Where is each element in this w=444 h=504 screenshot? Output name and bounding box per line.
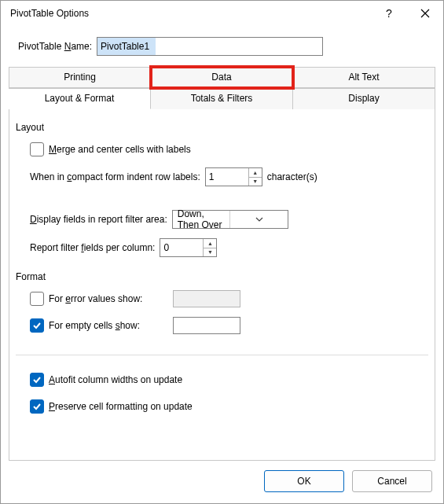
report-filter-label: Report filter fields per column:	[30, 242, 155, 253]
ok-button[interactable]: OK	[264, 470, 344, 492]
layout-group-title: Layout	[16, 122, 428, 133]
cancel-button[interactable]: Cancel	[352, 470, 432, 492]
layout-format-panel: Layout Merge and center cells with label…	[9, 109, 435, 461]
name-label: PivotTable Name:	[18, 41, 92, 52]
characters-label: character(s)	[267, 171, 317, 182]
merge-cells-label: Merge and center cells with labels	[49, 144, 191, 155]
name-row: PivotTable Name:	[1, 26, 443, 67]
error-values-label: For error values show:	[49, 293, 168, 304]
error-values-input	[173, 290, 240, 307]
spin-up-icon[interactable]: ▲	[204, 239, 216, 248]
display-fields-value: Down, Then Over	[173, 208, 230, 230]
pivottable-name-input[interactable]	[97, 37, 323, 56]
report-filter-spinner[interactable]: ▲▼	[160, 238, 217, 257]
separator	[16, 355, 428, 355]
spin-up-icon[interactable]: ▲	[249, 168, 262, 177]
merge-cells-checkbox[interactable]	[30, 142, 44, 156]
indent-input[interactable]	[206, 168, 248, 186]
help-button[interactable]: ?	[371, 1, 407, 26]
spin-down-icon[interactable]: ▼	[204, 248, 216, 257]
spin-down-icon[interactable]: ▼	[249, 177, 262, 186]
tab-alt-text[interactable]: Alt Text	[293, 67, 435, 88]
display-fields-select[interactable]: Down, Then Over	[172, 210, 288, 229]
tab-printing[interactable]: Printing	[9, 67, 151, 88]
titlebar: PivotTable Options ?	[1, 1, 443, 26]
chevron-down-icon	[229, 211, 288, 228]
tabstrip: Printing Data Alt Text Layout & Format T…	[1, 67, 443, 109]
tab-layout-format[interactable]: Layout & Format	[9, 88, 151, 109]
dialog-title: PivotTable Options	[10, 8, 371, 19]
close-button[interactable]	[407, 1, 443, 26]
compact-indent-label: When in compact form indent row labels:	[30, 171, 200, 182]
close-icon	[420, 9, 430, 18]
tab-totals-filters[interactable]: Totals & Filters	[151, 88, 293, 109]
report-filter-input[interactable]	[160, 239, 203, 256]
pivottable-options-dialog: PivotTable Options ? PivotTable Name: Pr…	[0, 0, 444, 504]
autofit-checkbox[interactable]	[30, 373, 44, 387]
tab-data[interactable]: Data	[151, 67, 293, 88]
error-values-checkbox[interactable]	[30, 292, 44, 306]
preserve-format-checkbox[interactable]	[30, 399, 44, 414]
empty-cells-input[interactable]	[173, 317, 240, 334]
preserve-format-label: Preserve cell formatting on update	[49, 401, 193, 412]
empty-cells-checkbox[interactable]	[30, 318, 44, 333]
display-fields-label: Display fields in report filter area:	[30, 214, 167, 225]
indent-spinner[interactable]: ▲▼	[205, 167, 262, 186]
autofit-label: Autofit column widths on update	[49, 374, 182, 385]
format-group-title: Format	[16, 271, 428, 282]
dialog-buttons: OK Cancel	[1, 461, 443, 503]
tab-display[interactable]: Display	[293, 88, 435, 109]
empty-cells-label: For empty cells show:	[49, 320, 168, 331]
